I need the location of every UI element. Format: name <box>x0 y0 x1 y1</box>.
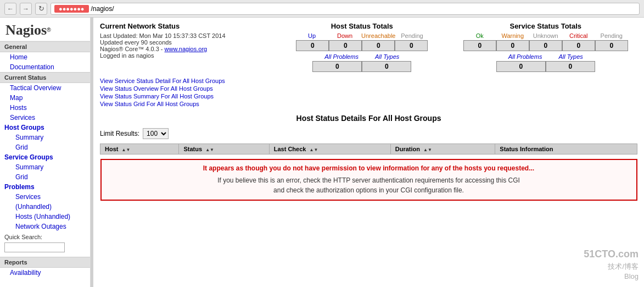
sidebar-item-host-groups[interactable]: Host Groups <box>0 123 90 133</box>
sidebar-item-sg-summary[interactable]: Summary <box>0 162 90 172</box>
table-header-row: Host ▲▼ Status ▲▼ Last Check ▲▼ Duration… <box>100 144 637 154</box>
app-container: Nagios® General Home Documentation Curre… <box>0 18 644 287</box>
service-totals-headers: Ok Warning Unknown Critical Pending <box>454 32 638 39</box>
sidebar-item-network-outages[interactable]: Network Outages <box>0 222 90 231</box>
th-status-label: Status <box>183 146 202 152</box>
svc-link-all-types[interactable]: All Types <box>558 53 583 60</box>
service-totals-links: All Problems All Types <box>454 53 638 60</box>
th-last-check-sort-icon[interactable]: ▲▼ <box>310 147 318 152</box>
host-link-all-problems[interactable]: All Problems <box>324 53 359 60</box>
host-link-val-types[interactable]: 0 <box>362 61 411 72</box>
nav-link-status-grid[interactable]: View Status Grid For All Host Groups <box>100 101 637 107</box>
network-status-title: Current Network Status <box>100 22 270 30</box>
sidebar-item-services[interactable]: Services <box>0 113 90 123</box>
sidebar-item-hg-grid[interactable]: Grid <box>0 142 90 152</box>
limit-results-row: Limit Results: 100 25 50 All <box>100 128 637 139</box>
back-button[interactable]: ← <box>4 3 16 15</box>
host-status-totals: Host Status Totals Up Down Unreachable P… <box>270 22 454 72</box>
host-header-down[interactable]: Down <box>328 32 361 39</box>
sidebar-item-documentation[interactable]: Documentation <box>0 62 90 72</box>
nav-links: View Service Status Detail For All Host … <box>100 78 637 107</box>
nav-link-status-overview[interactable]: View Status Overview For All Host Groups <box>100 85 637 92</box>
logo-reg: ® <box>47 27 51 33</box>
address-bar[interactable]: ●●●●●●● /nagios/ <box>51 3 640 15</box>
browser-chrome: ← → ↻ ●●●●●●● /nagios/ <box>0 0 644 18</box>
forward-button[interactable]: → <box>20 3 32 15</box>
host-link-val-problems[interactable]: 0 <box>312 61 362 72</box>
redacted-url: ●●●●●●● <box>54 5 89 13</box>
sidebar-section-general[interactable]: General <box>0 41 90 52</box>
svc-link-all-problems[interactable]: All Problems <box>508 53 542 60</box>
sidebar-item-hg-summary[interactable]: Summary <box>0 133 90 142</box>
host-val-down[interactable]: 0 <box>329 40 362 51</box>
svc-link-val-types[interactable]: 0 <box>546 61 595 72</box>
th-status: Status ▲▼ <box>179 144 269 154</box>
host-totals-title: Host Status Totals <box>270 22 454 30</box>
sidebar-item-problems[interactable]: Problems <box>0 182 90 192</box>
host-totals-links: All Problems All Types <box>270 53 454 60</box>
svc-header-pending[interactable]: Pending <box>595 32 628 39</box>
host-link-values: 0 0 <box>270 61 454 72</box>
limit-results-select[interactable]: 100 25 50 All <box>143 128 169 139</box>
service-link-values: 0 0 <box>454 61 638 72</box>
th-host-label: Host <box>105 146 118 152</box>
host-val-pending[interactable]: 0 <box>395 40 428 51</box>
search-input[interactable] <box>4 242 65 252</box>
host-header-unreachable[interactable]: Unreachable <box>361 32 395 39</box>
sidebar-item-prob-hosts[interactable]: Hosts (Unhandled) <box>0 212 90 222</box>
svc-val-warning[interactable]: 0 <box>496 40 529 51</box>
svc-val-ok[interactable]: 0 <box>463 40 496 51</box>
th-status-sort-icon[interactable]: ▲▼ <box>205 147 214 152</box>
sidebar-item-service-groups[interactable]: Service Groups <box>0 152 90 162</box>
sidebar-item-prob-services[interactable]: Services <box>0 192 90 202</box>
nagios-version-line: Nagios® Core™ 4.0.3 - www.nagios.org <box>100 46 270 52</box>
sidebar-item-map[interactable]: Map <box>0 93 90 103</box>
sidebar-item-tactical-overview[interactable]: Tactical Overview <box>0 83 90 93</box>
svc-header-ok[interactable]: Ok <box>463 32 496 39</box>
nagios-version-text: Nagios® Core™ 4.0.3 - <box>100 46 165 52</box>
error-text: It appears as though you do not have per… <box>108 164 630 172</box>
sidebar: Nagios® General Home Documentation Curre… <box>0 18 91 287</box>
logged-in: Logged in as nagios <box>100 52 270 59</box>
table-body: It appears as though you do not have per… <box>100 154 637 206</box>
service-totals-values: 0 0 0 0 0 <box>454 40 638 51</box>
update-interval: Updated every 90 seconds <box>100 39 270 46</box>
svc-link-val-problems[interactable]: 0 <box>496 61 546 72</box>
svc-header-unknown[interactable]: Unknown <box>529 32 562 39</box>
svc-val-critical[interactable]: 0 <box>562 40 595 51</box>
th-duration-label: Duration <box>395 146 420 152</box>
svc-header-critical[interactable]: Critical <box>562 32 595 39</box>
th-host: Host ▲▼ <box>100 144 179 154</box>
svc-val-unknown[interactable]: 0 <box>529 40 562 51</box>
current-network-status: Current Network Status Last Updated: Mon… <box>100 22 270 59</box>
sidebar-item-prob-unhandled[interactable]: (Unhandled) <box>0 202 90 212</box>
info-text-2: and check the authorization options in y… <box>108 185 630 195</box>
host-val-up[interactable]: 0 <box>296 40 329 51</box>
host-header-pending[interactable]: Pending <box>395 32 428 39</box>
error-cell: It appears as though you do not have per… <box>100 154 637 206</box>
sidebar-item-availability[interactable]: Availability <box>0 268 90 278</box>
host-header-up[interactable]: Up <box>295 32 328 39</box>
host-val-unreachable[interactable]: 0 <box>362 40 395 51</box>
logo-text: Nagios <box>5 22 47 38</box>
th-host-sort-icon[interactable]: ▲▼ <box>122 147 131 152</box>
nav-link-status-summary[interactable]: View Status Summary For All Host Groups <box>100 93 637 100</box>
sidebar-item-hosts[interactable]: Hosts <box>0 103 90 113</box>
host-details-title: Host Status Details For All Host Groups <box>100 114 637 123</box>
nagios-link[interactable]: www.nagios.org <box>165 46 208 52</box>
th-duration: Duration ▲▼ <box>390 144 495 154</box>
address-path: /nagios/ <box>91 5 114 13</box>
host-link-all-types[interactable]: All Types <box>375 53 399 60</box>
sidebar-item-sg-grid[interactable]: Grid <box>0 172 90 182</box>
refresh-button[interactable]: ↻ <box>35 3 47 15</box>
svc-val-pending[interactable]: 0 <box>595 40 628 51</box>
svc-header-warning[interactable]: Warning <box>496 32 529 39</box>
sidebar-item-home[interactable]: Home <box>0 52 90 62</box>
nav-link-service-status-detail[interactable]: View Service Status Detail For All Host … <box>100 78 637 84</box>
sidebar-section-reports[interactable]: Reports <box>0 257 90 268</box>
sidebar-section-current-status[interactable]: Current Status <box>0 72 90 83</box>
th-duration-sort-icon[interactable]: ▲▼ <box>423 147 432 152</box>
host-totals-values: 0 0 0 0 <box>270 40 454 51</box>
th-last-check: Last Check ▲▼ <box>269 144 390 154</box>
last-updated: Last Updated: Mon Mar 10 15:37:33 CST 20… <box>100 32 270 39</box>
